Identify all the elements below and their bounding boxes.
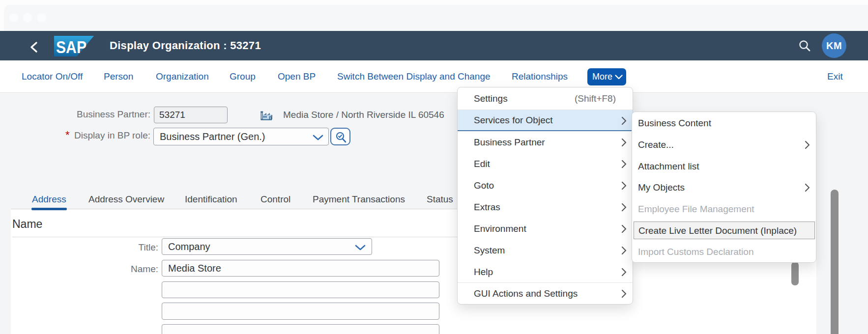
svg-text:SAP: SAP [56,37,87,56]
